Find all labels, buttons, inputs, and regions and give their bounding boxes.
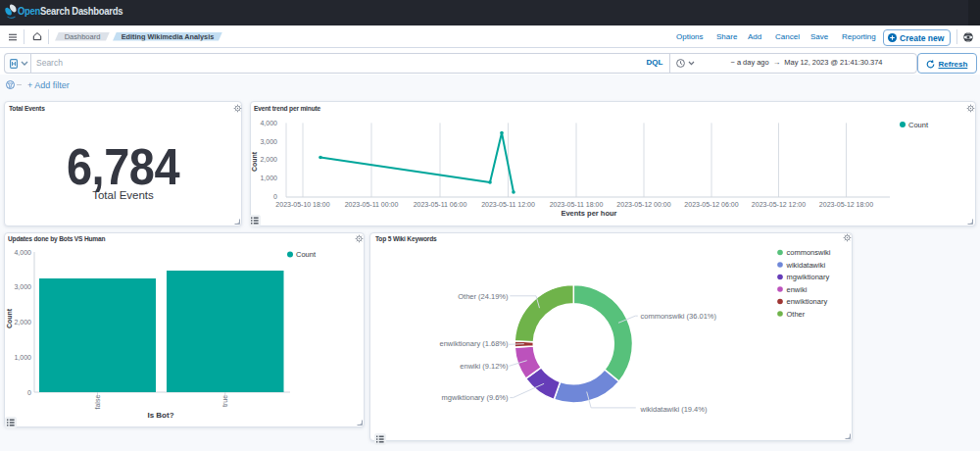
svg-text:3,000: 3,000 bbox=[260, 138, 277, 145]
svg-text:Count: Count bbox=[6, 308, 13, 328]
svg-text:Other (24.19%): Other (24.19%) bbox=[458, 292, 509, 301]
svg-text:2,000: 2,000 bbox=[14, 319, 31, 326]
svg-text:wikidatawiki: wikidatawiki bbox=[786, 261, 826, 270]
svg-text:Other: Other bbox=[787, 310, 806, 319]
svg-text:Count: Count bbox=[296, 250, 317, 259]
svg-text:enwiki: enwiki bbox=[787, 285, 808, 294]
svg-text:false: false bbox=[94, 395, 101, 410]
svg-text:0: 0 bbox=[27, 389, 31, 396]
svg-text:2023-05-11 12:00: 2023-05-11 12:00 bbox=[481, 201, 535, 208]
svg-text:4,000: 4,000 bbox=[260, 120, 277, 126]
svg-text:3,000: 3,000 bbox=[14, 283, 31, 290]
svg-text:2023-05-11 06:00: 2023-05-11 06:00 bbox=[414, 201, 467, 208]
svg-text:true: true bbox=[221, 395, 228, 407]
svg-text:2,000: 2,000 bbox=[260, 156, 277, 163]
svg-text:2023-05-12 00:00: 2023-05-12 00:00 bbox=[616, 201, 670, 208]
svg-text:Is Bot?: Is Bot? bbox=[147, 411, 173, 420]
svg-text:2023-05-11 00:00: 2023-05-11 00:00 bbox=[345, 201, 399, 208]
svg-text:mgwiktionary (9.6%): mgwiktionary (9.6%) bbox=[442, 393, 509, 402]
svg-text:2023-05-12 12:00: 2023-05-12 12:00 bbox=[752, 201, 806, 208]
svg-text:1,000: 1,000 bbox=[14, 354, 31, 361]
svg-text:Events per hour: Events per hour bbox=[561, 209, 616, 218]
svg-text:2023-05-10 18:00: 2023-05-10 18:00 bbox=[275, 201, 329, 208]
svg-text:commonswiki: commonswiki bbox=[787, 248, 831, 257]
svg-text:2023-05-12 18:00: 2023-05-12 18:00 bbox=[819, 201, 873, 208]
svg-text:2023-05-12 06:00: 2023-05-12 06:00 bbox=[684, 201, 738, 208]
svg-text:Count: Count bbox=[908, 121, 929, 129]
svg-text:wikidatawiki (19.4%): wikidatawiki (19.4%) bbox=[640, 405, 708, 414]
svg-text:1,000: 1,000 bbox=[260, 175, 277, 181]
svg-text:2023-05-11 18:00: 2023-05-11 18:00 bbox=[550, 201, 604, 208]
svg-text:mgwiktionary: mgwiktionary bbox=[787, 273, 830, 281]
svg-text:commonswiki (36.01%): commonswiki (36.01%) bbox=[641, 312, 717, 321]
svg-text:enwiktionary (1.68%): enwiktionary (1.68%) bbox=[439, 339, 509, 348]
svg-text:enwiktionary: enwiktionary bbox=[787, 297, 828, 306]
svg-text:Count: Count bbox=[251, 151, 258, 172]
svg-text:0: 0 bbox=[273, 193, 277, 200]
svg-text:enwiki (9.12%): enwiki (9.12%) bbox=[460, 362, 509, 371]
svg-text:4,000: 4,000 bbox=[14, 249, 31, 256]
